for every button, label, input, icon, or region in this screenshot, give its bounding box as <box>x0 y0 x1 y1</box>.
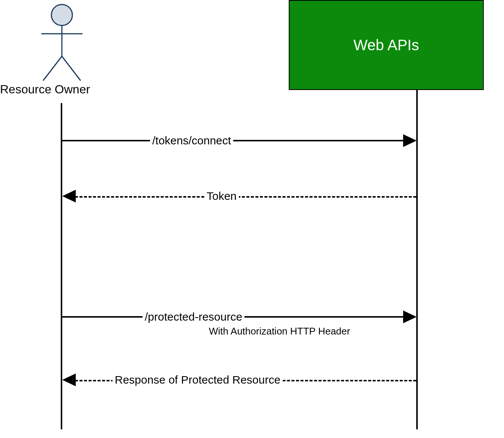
svg-marker-7 <box>403 310 417 323</box>
resource-owner-actor-icon <box>38 4 90 84</box>
arrowhead-right-icon <box>403 310 417 325</box>
svg-line-4 <box>62 56 81 81</box>
web-apis-label: Web APIs <box>354 37 419 54</box>
svg-marker-6 <box>62 190 76 202</box>
svg-marker-5 <box>403 134 417 147</box>
svg-point-0 <box>51 4 72 26</box>
message-1-line <box>62 140 411 141</box>
arrowhead-right-icon <box>403 134 417 148</box>
message-3-sublabel: With Authorization HTTP Header <box>207 326 352 337</box>
arrowhead-left-icon <box>62 374 76 388</box>
message-3-label: /protected-resource <box>142 310 244 324</box>
svg-marker-8 <box>62 374 76 386</box>
arrowhead-left-icon <box>62 190 76 204</box>
message-2-line <box>75 196 416 198</box>
sequence-diagram: Resource Owner Web APIs /tokens/connect … <box>0 0 504 438</box>
message-1-label: /tokens/connect <box>150 134 233 148</box>
message-2-label: Token <box>204 189 239 203</box>
resource-owner-label: Resource Owner <box>0 82 90 96</box>
svg-line-3 <box>43 56 62 81</box>
message-4-label: Response of Protected Resource <box>112 373 283 387</box>
web-apis-participant: Web APIs <box>289 0 484 90</box>
